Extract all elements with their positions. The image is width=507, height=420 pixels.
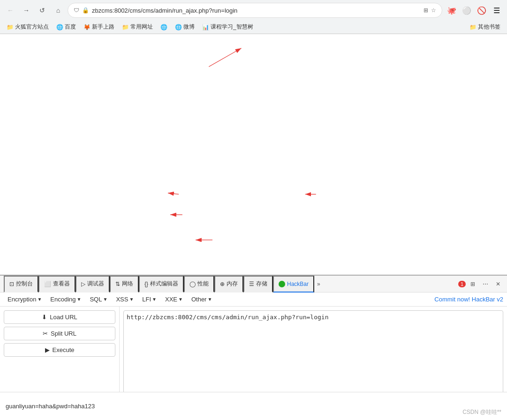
svg-line-2 bbox=[168, 193, 179, 195]
menu-lfi[interactable]: LFI ▼ bbox=[138, 294, 160, 304]
forward-button[interactable]: → bbox=[20, 4, 33, 17]
console-icon: ⊡ bbox=[9, 281, 14, 287]
menu-encryption[interactable]: Encryption ▼ bbox=[4, 294, 45, 304]
menu-button[interactable]: ☰ bbox=[490, 4, 503, 17]
extension-icon-2[interactable]: ⚪ bbox=[460, 4, 473, 17]
svg-line-1 bbox=[209, 48, 241, 67]
post-data-area: guanliyuan=haha&pwd=haha123 CSDN @哇哇** bbox=[0, 392, 507, 420]
tab-debugger[interactable]: ▷ 调试器 bbox=[76, 276, 110, 292]
lock-icon: 🔒 bbox=[82, 7, 89, 14]
tab-network[interactable]: ⇅ 网络 bbox=[110, 276, 139, 292]
bookmark-zhihui[interactable]: 📊 课程学习_智慧树 bbox=[199, 22, 256, 32]
tab-storage[interactable]: ☰ 存储 bbox=[243, 276, 273, 292]
load-url-button[interactable]: ⬇ Load URL bbox=[4, 310, 115, 324]
folder-icon: 📁 bbox=[122, 24, 129, 30]
bookmark-newbie[interactable]: 🦊 新手上路 bbox=[81, 22, 117, 32]
url-input[interactable]: http://zbzcms:8002/cms/cms/admin/run_aja… bbox=[123, 310, 503, 399]
tab-console[interactable]: ⊡ 控制台 bbox=[4, 276, 38, 292]
execute-button[interactable]: ▶ Execute bbox=[4, 343, 115, 357]
other-folder-icon: 📁 bbox=[469, 24, 477, 30]
bookmark-label: 其他书签 bbox=[478, 23, 500, 31]
post-data-value: guanliyuan=haha&pwd=haha123 bbox=[6, 403, 501, 410]
chevron-icon: ▼ bbox=[129, 297, 134, 302]
memory-icon: ⊕ bbox=[220, 281, 225, 287]
tab-style[interactable]: {} 样式编辑器 bbox=[139, 276, 184, 292]
style-icon: {} bbox=[144, 281, 148, 287]
close-devtools-button[interactable]: ✕ bbox=[493, 280, 503, 288]
bookmark-baidu[interactable]: 🌐 百度 bbox=[53, 22, 79, 32]
bookmark-common[interactable]: 📁 常用网址 bbox=[119, 22, 156, 32]
devtools-tabs: ⊡ 控制台 ⬜ 查看器 ▷ 调试器 ⇅ 网络 {} 样式编辑器 ◯ 性能 ⊕ 内… bbox=[0, 276, 507, 292]
extension-icon-1[interactable]: 🐙 bbox=[445, 4, 458, 17]
browser-toolbar: ← → ↺ ⌂ 🛡 🔒 ⊞ ☆ 🐙 ⚪ 🚫 ☰ bbox=[0, 0, 507, 21]
bookmark-label: 常用网址 bbox=[130, 23, 153, 31]
bookmark-label: 火狐官方站点 bbox=[15, 23, 49, 31]
qr-icon: ⊞ bbox=[424, 7, 428, 14]
inspector-icon: ⬜ bbox=[44, 281, 51, 287]
chevron-icon: ▼ bbox=[103, 297, 107, 302]
address-bar-container: 🛡 🔒 ⊞ ☆ bbox=[68, 3, 442, 18]
commit-button[interactable]: Commit now! HackBar v2 bbox=[434, 296, 503, 303]
tab-hackbar[interactable]: HackBar bbox=[273, 276, 314, 292]
chevron-icon: ▼ bbox=[207, 297, 212, 302]
network-icon: ⇅ bbox=[115, 281, 120, 287]
more-options-button[interactable]: ⋯ bbox=[480, 280, 491, 288]
globe-icon: 🌐 bbox=[160, 24, 167, 30]
extension-icon-3[interactable]: 🚫 bbox=[475, 4, 488, 17]
tab-memory[interactable]: ⊕ 内存 bbox=[214, 276, 243, 292]
more-tabs-button[interactable]: » bbox=[314, 280, 323, 288]
tab-inspector[interactable]: ⬜ 查看器 bbox=[38, 276, 76, 292]
chevron-icon: ▼ bbox=[178, 297, 183, 302]
watermark: CSDN @哇哇** bbox=[462, 408, 501, 416]
bookmark-label: 新手上路 bbox=[92, 23, 114, 31]
chart-icon: 📊 bbox=[202, 24, 209, 30]
menu-sql[interactable]: SQL ▼ bbox=[86, 294, 111, 304]
bookmark-globe[interactable]: 🌐 bbox=[158, 23, 170, 31]
baidu-icon: 🌐 bbox=[56, 24, 63, 30]
download-icon: ⬇ bbox=[42, 314, 47, 321]
menu-other[interactable]: Other ▼ bbox=[188, 294, 216, 304]
storage-icon: ☰ bbox=[249, 281, 254, 287]
bookmark-weibo[interactable]: 🌐 微博 bbox=[172, 22, 197, 32]
hackbar-menu: Encryption ▼ Encoding ▼ SQL ▼ XSS ▼ LFI … bbox=[0, 292, 507, 307]
bookmark-label: 微博 bbox=[183, 23, 195, 31]
bookmark-label: 课程学习_智慧树 bbox=[211, 23, 253, 31]
chevron-icon: ▼ bbox=[152, 297, 157, 302]
firefox-icon: 🦊 bbox=[83, 24, 91, 30]
play-icon: ▶ bbox=[45, 346, 50, 353]
bookmark-folder-icon: 📁 bbox=[7, 24, 14, 30]
address-bar[interactable] bbox=[92, 7, 421, 14]
scissors-icon: ✂ bbox=[43, 330, 48, 337]
reload-button[interactable]: ↺ bbox=[36, 4, 49, 17]
browser-icons: 🐙 ⚪ 🚫 ☰ bbox=[445, 4, 503, 17]
dock-button[interactable]: ⊞ bbox=[468, 280, 478, 288]
hackbar-dot-icon bbox=[279, 281, 285, 287]
tab-performance[interactable]: ◯ 性能 bbox=[184, 276, 214, 292]
annotation-arrows bbox=[0, 34, 507, 250]
chevron-icon: ▼ bbox=[37, 297, 42, 302]
bookmark-firefox[interactable]: 📁 火狐官方站点 bbox=[4, 22, 52, 32]
debugger-icon: ▷ bbox=[81, 281, 85, 287]
home-button[interactable]: ⌂ bbox=[52, 4, 65, 17]
weibo-icon: 🌐 bbox=[175, 24, 182, 30]
bookmarks-bar: 📁 火狐官方站点 🌐 百度 🦊 新手上路 📁 常用网址 🌐 🌐 微博 📊 课程学… bbox=[0, 21, 507, 34]
menu-xss[interactable]: XSS ▼ bbox=[112, 294, 137, 304]
bookmark-other[interactable]: 📁 其他书签 bbox=[467, 22, 503, 32]
devtools-tab-icons: 1 ⊞ ⋯ ✕ bbox=[458, 280, 503, 288]
shield-icon: 🛡 bbox=[74, 7, 79, 14]
menu-encoding[interactable]: Encoding ▼ bbox=[46, 294, 85, 304]
performance-icon: ◯ bbox=[189, 281, 196, 287]
error-badge: 1 bbox=[458, 281, 466, 287]
bookmark-label: 百度 bbox=[65, 23, 76, 31]
star-icon: ☆ bbox=[431, 7, 436, 14]
chevron-icon: ▼ bbox=[77, 297, 82, 302]
devtools-panel: ⊡ 控制台 ⬜ 查看器 ▷ 调试器 ⇅ 网络 {} 样式编辑器 ◯ 性能 ⊕ 内… bbox=[0, 275, 507, 420]
split-url-button[interactable]: ✂ Split URL bbox=[4, 327, 115, 340]
back-button[interactable]: ← bbox=[4, 4, 17, 17]
browser-chrome: ← → ↺ ⌂ 🛡 🔒 ⊞ ☆ 🐙 ⚪ 🚫 ☰ 📁 火狐官方站点 🌐 百度 🦊 bbox=[0, 0, 507, 34]
menu-xxe[interactable]: XXE ▼ bbox=[161, 294, 187, 304]
main-content bbox=[0, 34, 507, 250]
